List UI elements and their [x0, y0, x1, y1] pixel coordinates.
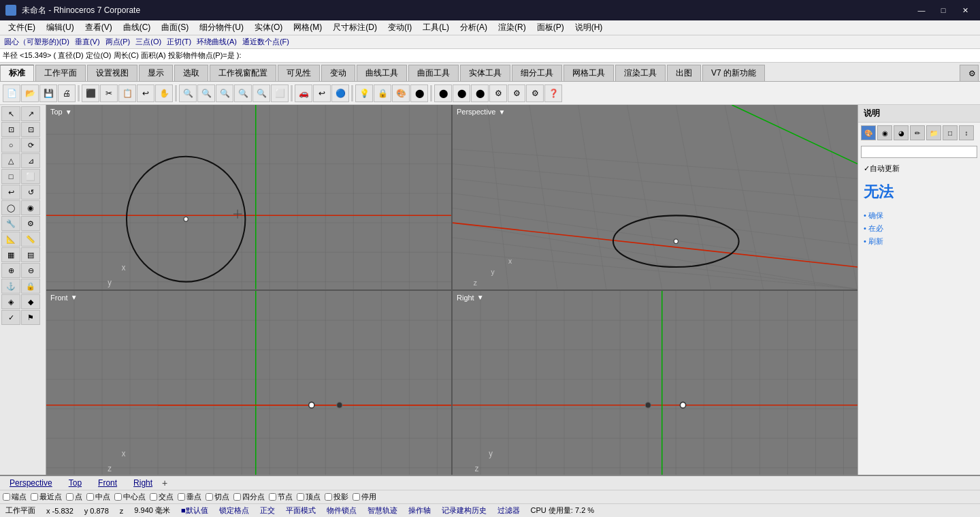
top-tab-[interactable]: 曲线工具 — [357, 65, 407, 81]
toolbar-button-8[interactable]: ✋ — [155, 84, 173, 102]
toolbar-button-2[interactable]: 💾 — [39, 84, 57, 102]
left-toolbar-button[interactable]: ⊡ — [21, 122, 40, 137]
menu-item-l[interactable]: 工具(L) — [417, 20, 455, 35]
menu-item-e[interactable]: 文件(E) — [3, 20, 41, 35]
left-toolbar-button[interactable]: ▦ — [1, 247, 20, 262]
left-toolbar-button[interactable]: ⚓ — [1, 279, 20, 294]
toolbar-button-28[interactable]: ❓ — [544, 84, 562, 102]
bottom-tab-right[interactable]: Right — [127, 477, 159, 489]
top-tab-[interactable]: 设置视图 — [87, 65, 137, 81]
left-toolbar-button[interactable]: ⚙ — [21, 216, 40, 231]
toolbar-button-19[interactable]: 🔒 — [374, 84, 391, 102]
top-tab-[interactable]: 工作视窗配置 — [210, 65, 276, 81]
left-toolbar-button[interactable]: 📏 — [21, 232, 40, 247]
viewport-front[interactable]: z x Front ▼ — [46, 291, 451, 475]
left-toolbar-button[interactable]: ↖ — [1, 106, 20, 121]
add-viewport-tab-button[interactable]: + — [162, 477, 167, 488]
top-tab-[interactable]: 显示 — [139, 65, 173, 81]
close-button[interactable]: ✕ — [956, 3, 975, 17]
top-tab-[interactable]: 标准 — [0, 65, 34, 81]
toolbar-button-12[interactable]: 🔍 — [234, 84, 252, 102]
snap-四分点[interactable]: 四分点 — [233, 492, 265, 502]
toolbar-button-18[interactable]: 💡 — [355, 84, 373, 102]
panel-tab-scroll[interactable]: ↕ — [959, 125, 974, 140]
left-toolbar-button[interactable]: ◈ — [1, 294, 20, 309]
left-toolbar-button[interactable]: ⟳ — [21, 138, 40, 153]
snap-checkbox-交点[interactable] — [150, 493, 157, 501]
top-tab-[interactable]: 实体工具 — [460, 65, 510, 81]
toolbar-button-16[interactable]: ↩ — [313, 84, 331, 102]
top-tab-[interactable]: 可见性 — [278, 65, 320, 81]
cmd-option[interactable]: 三点(O) — [134, 37, 163, 47]
toolbar-button-1[interactable]: 📂 — [21, 84, 39, 102]
toolbar-button-3[interactable]: 🖨 — [58, 84, 76, 102]
status-[interactable]: 记录建构历史 — [439, 505, 489, 516]
left-toolbar-button[interactable]: ⬜ — [21, 169, 40, 184]
toolbar-button-9[interactable]: 🔍 — [179, 84, 197, 102]
snap-checkbox-端点[interactable] — [3, 493, 10, 501]
snap-中心点[interactable]: 中心点 — [114, 492, 146, 502]
snap-顶点[interactable]: 顶点 — [297, 492, 321, 502]
left-toolbar-button[interactable]: 📐 — [1, 232, 20, 247]
snap-交点[interactable]: 交点 — [150, 492, 174, 502]
toolbar-button-0[interactable]: 📄 — [3, 84, 20, 102]
snap-checkbox-中点[interactable] — [86, 493, 94, 501]
left-toolbar-button[interactable]: ◆ — [21, 294, 40, 309]
left-toolbar-button[interactable]: ↺ — [21, 185, 40, 200]
left-toolbar-button[interactable]: ⊕ — [1, 263, 20, 278]
left-toolbar-button[interactable]: ⚑ — [21, 310, 40, 325]
toolbar-button-15[interactable]: 🚗 — [295, 84, 312, 102]
top-tab-[interactable]: 出图 — [667, 65, 701, 81]
viewport-front-dropdown[interactable]: ▼ — [71, 294, 78, 301]
status-item[interactable]: ■默认值 — [178, 505, 211, 516]
status-[interactable]: 过滤器 — [495, 505, 523, 516]
menu-item-h[interactable]: 说明(H) — [570, 20, 608, 35]
toolbar-button-14[interactable]: ⬜ — [271, 84, 289, 102]
snap-端点[interactable]: 端点 — [3, 492, 27, 502]
toolbar-button-6[interactable]: 📋 — [118, 84, 136, 102]
top-tab-[interactable]: 网格工具 — [564, 65, 614, 81]
menu-item-a[interactable]: 分析(A) — [455, 20, 493, 35]
top-tab-[interactable]: 细分工具 — [512, 65, 562, 81]
bottom-tab-top[interactable]: Top — [62, 477, 88, 489]
minimize-button[interactable]: — — [912, 3, 931, 17]
snap-checkbox-点[interactable] — [66, 493, 74, 501]
snap-投影[interactable]: 投影 — [325, 492, 348, 502]
top-tab-[interactable]: 曲面工具 — [408, 65, 459, 81]
top-tab-[interactable]: 工作平面 — [35, 65, 86, 81]
viewport-perspective[interactable]: z y x Perspective ▼ — [453, 105, 858, 289]
cmd-option[interactable]: 通近数个点(F) — [241, 37, 291, 47]
left-toolbar-button[interactable]: ↩ — [1, 185, 20, 200]
cmd-option[interactable]: 圆心（可塑形的)(D) — [3, 37, 71, 47]
cmd-option[interactable]: 正切(T) — [165, 37, 193, 47]
viewport-perspective-dropdown[interactable]: ▼ — [498, 108, 505, 116]
panel-tab-5[interactable]: 📁 — [926, 125, 941, 140]
menu-item-u[interactable]: 编辑(U) — [41, 20, 80, 35]
toolbar-button-22[interactable]: ⬤ — [434, 84, 452, 102]
bottom-tab-perspective[interactable]: Perspective — [3, 477, 59, 489]
cmd-option[interactable]: 垂直(V) — [74, 37, 101, 47]
menu-item-r[interactable]: 渲染(R) — [493, 20, 532, 35]
cmd-input[interactable] — [3, 52, 977, 60]
left-toolbar-button[interactable]: 🔧 — [1, 216, 20, 231]
auto-update[interactable]: ✓自动更新 — [858, 161, 980, 176]
snap-checkbox-最近点[interactable] — [31, 493, 38, 501]
left-toolbar-button[interactable]: ✓ — [1, 310, 20, 325]
snap-checkbox-节点[interactable] — [269, 493, 276, 501]
menu-item-d[interactable]: 尺寸标注(D) — [327, 20, 382, 35]
snap-停用[interactable]: 停用 — [353, 492, 376, 502]
menu-item-i[interactable]: 变动(I) — [382, 20, 417, 35]
left-toolbar-button[interactable]: ⊿ — [21, 153, 40, 168]
menu-item-v[interactable]: 查看(V) — [80, 20, 118, 35]
snap-切点[interactable]: 切点 — [206, 492, 229, 502]
snap-checkbox-四分点[interactable] — [233, 493, 241, 501]
left-toolbar-button[interactable]: ⊖ — [21, 263, 40, 278]
status-[interactable]: 锁定格点 — [216, 505, 252, 516]
panel-search-input[interactable] — [861, 146, 977, 158]
status-[interactable]: 平面模式 — [283, 505, 318, 516]
toolbar-button-21[interactable]: ⬤ — [410, 84, 428, 102]
panel-tab-6[interactable]: □ — [943, 125, 958, 140]
panel-tab-2[interactable]: ◉ — [877, 125, 892, 140]
toolbar-button-26[interactable]: ⚙ — [508, 84, 525, 102]
toolbar-button-10[interactable]: 🔍 — [197, 84, 215, 102]
